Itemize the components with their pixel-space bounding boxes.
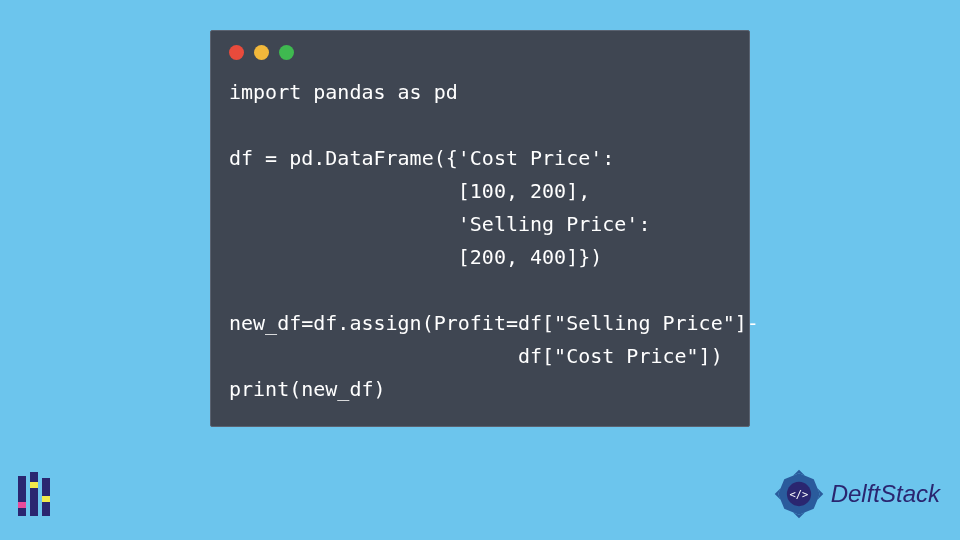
window-controls: [211, 31, 749, 70]
minimize-icon: [254, 45, 269, 60]
maximize-icon: [279, 45, 294, 60]
svg-text:</>: </>: [789, 488, 808, 500]
code-block: import pandas as pd df = pd.DataFrame({'…: [211, 70, 749, 408]
delftstack-logo: </> DelftStack: [773, 468, 940, 520]
close-icon: [229, 45, 244, 60]
pandas-logo-icon: [18, 472, 58, 516]
code-window: import pandas as pd df = pd.DataFrame({'…: [210, 30, 750, 427]
delftstack-badge-icon: </>: [773, 468, 825, 520]
brand-name: DelftStack: [831, 480, 940, 508]
